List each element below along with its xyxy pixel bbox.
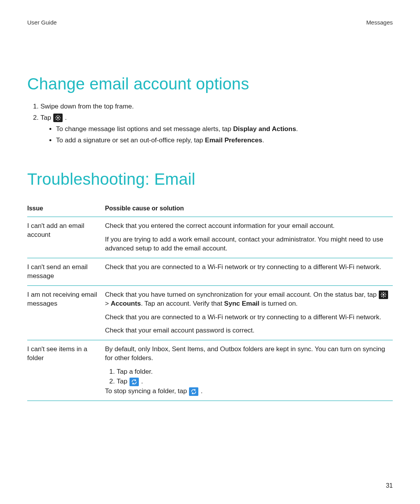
svg-line-5 (56, 116, 56, 117)
gear-icon (53, 114, 63, 122)
bullet2-bold: Email Preferences (205, 136, 262, 144)
text-fragment: . Tap an account. Verify that (141, 300, 224, 307)
svg-line-15 (385, 296, 385, 297)
bullet-email-preferences: To add a signature or set an out-of-offi… (56, 136, 393, 145)
gear-icon (379, 290, 388, 299)
text-fragment: > (105, 300, 111, 307)
table-row: I can't see items in a folder By default… (27, 340, 393, 401)
bullet-display-and-actions: To change message list options and set m… (56, 125, 393, 134)
solution-cant-see-folder-items: By default, only Inbox, Sent Items, and … (105, 340, 393, 401)
solution-text: If you are trying to add a work email ac… (105, 235, 390, 253)
svg-line-16 (382, 296, 382, 297)
svg-line-8 (59, 116, 60, 117)
bold-sync-email: Sync Email (224, 300, 259, 307)
step-tap-settings-prefix: Tap (40, 114, 53, 121)
svg-line-14 (382, 293, 382, 294)
text-fragment: . (201, 387, 203, 395)
table-row: I can't send an email message Check that… (27, 258, 393, 285)
change-email-sub-bullets: To change message list options and set m… (40, 125, 393, 145)
text-fragment: To stop syncing a folder, tap (105, 387, 189, 395)
heading-troubleshooting-email: Troubleshooting: Email (27, 168, 393, 191)
sync-icon (189, 387, 198, 396)
solution-text: Check that you are connected to a Wi-Fi … (105, 313, 390, 322)
sync-icon (130, 378, 139, 386)
solution-text: Check that you have turned on synchroniz… (105, 290, 390, 308)
solution-cant-send-email: Check that you are connected to a Wi-Fi … (105, 258, 393, 285)
running-header-right: Messages (366, 19, 393, 26)
inner-step-tap-sync: Tap . (117, 377, 390, 386)
bold-accounts: Accounts (111, 300, 141, 307)
step-swipe-down-text: Swipe down from the top frame. (40, 103, 134, 110)
solution-text: Check that you entered the correct accou… (105, 222, 390, 231)
folder-sync-steps: Tap a folder. Tap (105, 368, 390, 386)
bullet1-bold: Display and Actions (233, 125, 296, 133)
svg-point-9 (383, 294, 384, 296)
svg-point-0 (57, 117, 59, 119)
col-header-solution: Possible cause or solution (105, 200, 393, 217)
svg-line-7 (56, 119, 56, 120)
step-swipe-down: Swipe down from the top frame. (40, 102, 393, 111)
troubleshooting-table: Issue Possible cause or solution I can't… (27, 200, 393, 401)
change-email-steps: Swipe down from the top frame. Tap (27, 102, 393, 145)
solution-not-receiving-email: Check that you have turned on synchroniz… (105, 285, 393, 340)
issue-cant-add-account: I can't add an email account (27, 217, 105, 258)
table-row: I am not receiving email messages Check … (27, 285, 393, 340)
stop-sync-text: To stop syncing a folder, tap . (105, 387, 390, 396)
bullet2-pre: To add a signature or set an out-of-offi… (56, 136, 205, 144)
svg-line-6 (59, 119, 60, 120)
solution-text: Check that your email account password i… (105, 326, 390, 335)
solution-cant-add-account: Check that you entered the correct accou… (105, 217, 393, 258)
inner-step-text: Tap a folder. (117, 368, 153, 375)
issue-cant-see-folder-items: I can't see items in a folder (27, 340, 105, 401)
table-row: I can't add an email account Check that … (27, 217, 393, 258)
step-tap-settings: Tap . (40, 114, 393, 145)
bullet1-pre: To change message list options and set m… (56, 125, 233, 133)
issue-cant-send-email: I can't send an email message (27, 258, 105, 285)
text-fragment: is turned on. (259, 300, 298, 307)
inner-step-prefix: Tap (117, 378, 129, 385)
table-header-row: Issue Possible cause or solution (27, 200, 393, 217)
running-header-left: User Guide (27, 19, 57, 26)
issue-not-receiving-email: I am not receiving email messages (27, 285, 105, 340)
page-number: 31 (386, 481, 393, 490)
step-tap-settings-suffix: . (65, 114, 67, 121)
heading-change-email-options: Change email account options (27, 73, 393, 95)
bullet2-post: . (262, 136, 264, 144)
svg-line-17 (385, 293, 385, 294)
bullet1-post: . (296, 125, 298, 133)
col-header-issue: Issue (27, 200, 105, 217)
text-fragment: Check that you have turned on synchroniz… (105, 291, 378, 298)
inner-step-suffix: . (141, 378, 143, 385)
inner-step-tap-folder: Tap a folder. (117, 368, 390, 376)
solution-text: By default, only Inbox, Sent Items, and … (105, 345, 390, 363)
running-header: User Guide Messages (27, 19, 393, 26)
page: User Guide Messages Change email account… (0, 0, 420, 504)
solution-text: Check that you are connected to a Wi-Fi … (105, 263, 390, 272)
